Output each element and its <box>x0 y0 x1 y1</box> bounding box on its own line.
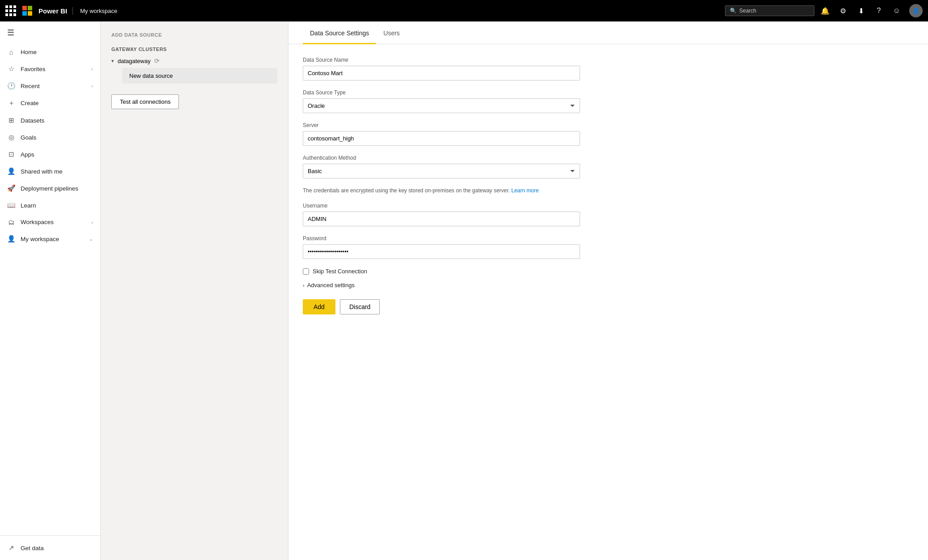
workspaces-icon: 🗂 <box>7 218 15 226</box>
myworkspace-chevron: ⌄ <box>89 236 93 242</box>
sidebar-item-recent[interactable]: 🕐 Recent › <box>0 77 100 94</box>
server-input[interactable] <box>303 131 580 146</box>
advanced-settings-row[interactable]: › Advanced settings <box>303 282 914 288</box>
sidebar-item-create[interactable]: ＋ Create <box>0 94 100 112</box>
password-group: Password <box>303 235 914 259</box>
search-placeholder: Search <box>739 8 756 14</box>
discard-button[interactable]: Discard <box>340 299 380 314</box>
topnav-icons: 🔔 ⚙ ⬇ ? ☺ 👤 <box>820 4 923 17</box>
server-group: Server <box>303 122 914 146</box>
datasets-icon: ⊞ <box>7 116 15 124</box>
sidebar-label-create: Create <box>21 100 93 106</box>
add-button[interactable]: Add <box>303 299 335 314</box>
server-label: Server <box>303 122 914 128</box>
auth-method-select[interactable]: Basic Windows OAuth2 <box>303 164 580 178</box>
sidebar-label-datasets: Datasets <box>21 117 93 124</box>
sidebar-item-favorites[interactable]: ☆ Favorites › <box>0 60 100 77</box>
home-icon: ⌂ <box>7 48 15 56</box>
microsoft-logo <box>22 6 36 16</box>
sidebar-label-apps: Apps <box>21 151 93 158</box>
shared-icon: 👤 <box>7 167 15 175</box>
sidebar-label-shared: Shared with me <box>21 168 93 175</box>
sidebar-item-myworkspace[interactable]: 👤 My workspace ⌄ <box>0 230 100 247</box>
sidebar-item-home[interactable]: ⌂ Home <box>0 44 100 60</box>
skip-test-label[interactable]: Skip Test Connection <box>313 268 367 275</box>
favorites-chevron: › <box>91 66 93 72</box>
username-group: Username <box>303 203 914 226</box>
add-data-source-title: ADD DATA SOURCE <box>111 32 277 38</box>
username-label: Username <box>303 203 914 209</box>
recent-icon: 🕐 <box>7 82 15 90</box>
avatar[interactable]: 👤 <box>909 4 923 17</box>
new-datasource-item[interactable]: New data source <box>122 68 277 84</box>
sidebar-item-getdata[interactable]: ↗ Get data <box>0 539 100 556</box>
gateway-item[interactable]: ▾ datagateway ⟳ <box>111 57 277 64</box>
skip-test-checkbox[interactable] <box>303 268 309 275</box>
tab-datasource-settings[interactable]: Data Source Settings <box>303 21 376 44</box>
sidebar-item-datasets[interactable]: ⊞ Datasets <box>0 112 100 129</box>
content-area: ADD DATA SOURCE GATEWAY CLUSTERS ▾ datag… <box>101 21 928 560</box>
datasource-type-group: Data Source Type Oracle SQL Server MySQL… <box>303 89 914 113</box>
search-icon: 🔍 <box>730 8 737 14</box>
deployment-icon: 🚀 <box>7 184 15 192</box>
gateway-collapse-chevron: ▾ <box>111 58 114 64</box>
datasource-name-input[interactable] <box>303 66 580 81</box>
recent-chevron: › <box>91 83 93 89</box>
apps-icon: ⊡ <box>7 150 15 158</box>
tabs-bar: Data Source Settings Users <box>288 21 928 44</box>
sidebar-toggle[interactable]: ☰ <box>0 21 100 44</box>
password-label: Password <box>303 235 914 242</box>
sidebar-item-shared[interactable]: 👤 Shared with me <box>0 163 100 180</box>
favorites-icon: ☆ <box>7 65 15 73</box>
sidebar: ☰ ⌂ Home ☆ Favorites › 🕐 Recent › ＋ Crea… <box>0 21 101 560</box>
datasource-type-select[interactable]: Oracle SQL Server MySQL PostgreSQL OData <box>303 98 580 113</box>
smiley-icon[interactable]: ☺ <box>891 7 902 15</box>
sidebar-item-apps[interactable]: ⊡ Apps <box>0 146 100 163</box>
sidebar-label-favorites: Favorites <box>21 66 86 72</box>
notification-icon[interactable]: 🔔 <box>820 7 831 15</box>
password-input[interactable] <box>303 244 580 259</box>
create-icon: ＋ <box>7 99 15 107</box>
tab-users[interactable]: Users <box>376 21 407 44</box>
sidebar-label-workspaces: Workspaces <box>21 219 86 225</box>
gateway-clusters-title: GATEWAY CLUSTERS <box>111 47 277 52</box>
sidebar-item-workspaces[interactable]: 🗂 Workspaces › <box>0 214 100 230</box>
auth-method-label: Authentication Method <box>303 155 914 161</box>
advanced-chevron: › <box>303 283 305 288</box>
powerbi-brand: Power BI <box>38 7 73 15</box>
credentials-note: The credentials are encrypted using the … <box>303 187 580 194</box>
form-actions: Add Discard <box>303 299 914 314</box>
datasource-name-label: Data Source Name <box>303 57 914 63</box>
left-panel: ADD DATA SOURCE GATEWAY CLUSTERS ▾ datag… <box>101 21 288 560</box>
topnav: Power BI My workspace 🔍 Search 🔔 ⚙ ⬇ ? ☺… <box>0 0 928 21</box>
sidebar-item-deployment[interactable]: 🚀 Deployment pipelines <box>0 180 100 197</box>
sidebar-label-deployment: Deployment pipelines <box>21 185 93 192</box>
workspaces-chevron: › <box>91 220 93 225</box>
sidebar-label-myworkspace: My workspace <box>21 236 84 242</box>
username-input[interactable] <box>303 212 580 226</box>
learn-more-link[interactable]: Learn more <box>511 187 538 194</box>
gateway-name: datagateway <box>118 58 151 64</box>
sidebar-item-learn[interactable]: 📖 Learn <box>0 197 100 214</box>
skip-test-row: Skip Test Connection <box>303 268 914 275</box>
sidebar-label-getdata: Get data <box>21 545 93 552</box>
waffle-menu[interactable] <box>5 5 16 16</box>
auth-method-group: Authentication Method Basic Windows OAut… <box>303 155 914 178</box>
test-all-connections-button[interactable]: Test all connections <box>111 94 179 109</box>
goals-icon: ◎ <box>7 133 15 141</box>
sidebar-label-learn: Learn <box>21 202 93 209</box>
getdata-icon: ↗ <box>7 544 15 552</box>
layout: ☰ ⌂ Home ☆ Favorites › 🕐 Recent › ＋ Crea… <box>0 21 928 560</box>
sidebar-item-goals[interactable]: ◎ Goals <box>0 129 100 146</box>
datasource-form: Data Source Name Data Source Type Oracle… <box>288 44 928 327</box>
search-box[interactable]: 🔍 Search <box>725 5 814 16</box>
workspace-label: My workspace <box>80 8 117 14</box>
advanced-settings-label: Advanced settings <box>307 282 355 288</box>
right-panel: Data Source Settings Users Data Source N… <box>288 21 928 560</box>
main-content: ADD DATA SOURCE GATEWAY CLUSTERS ▾ datag… <box>101 21 928 560</box>
datasource-name-group: Data Source Name <box>303 57 914 81</box>
settings-icon[interactable]: ⚙ <box>838 7 848 15</box>
gateway-refresh-icon: ⟳ <box>154 57 160 64</box>
help-icon[interactable]: ? <box>873 7 884 15</box>
download-icon[interactable]: ⬇ <box>856 7 866 15</box>
